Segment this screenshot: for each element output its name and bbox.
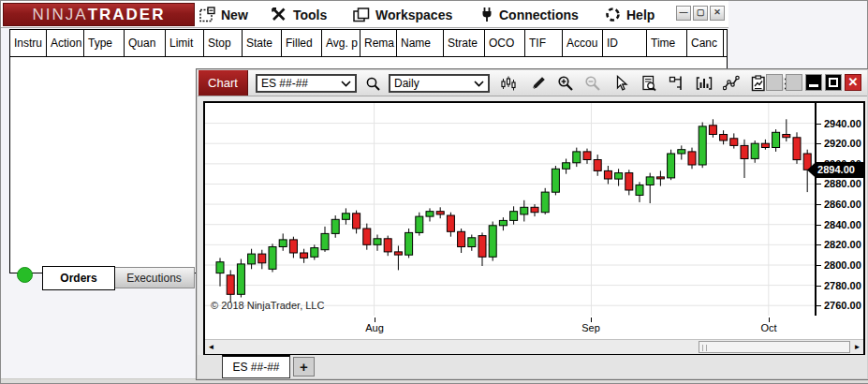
candles-icon[interactable] xyxy=(497,73,520,94)
last-price-tag: 2894.00 xyxy=(807,162,865,178)
logo-text-trader: TRADER xyxy=(88,6,166,24)
chart-window: Chart ES ##-## Daily ✕ xyxy=(196,68,868,380)
menu-workspaces[interactable]: Workspaces xyxy=(353,4,452,25)
candle xyxy=(552,169,559,192)
instrument-combo[interactable]: ES ##-## xyxy=(256,74,357,93)
price-axis-label: 2840.00 xyxy=(817,219,861,230)
candle xyxy=(531,207,538,212)
column-header-action[interactable]: Action xyxy=(47,30,84,56)
chart-window-controls: ✕ xyxy=(766,74,861,91)
menu-help[interactable]: Help xyxy=(605,4,655,25)
time-axis-label: Sep xyxy=(581,322,600,333)
window-controls: —▢✕ xyxy=(676,6,725,21)
price-axis-label: 2880.00 xyxy=(817,178,861,189)
column-header-accou[interactable]: Accou xyxy=(563,30,603,56)
candle xyxy=(741,145,748,158)
column-header-time[interactable]: Time xyxy=(647,30,687,56)
candle xyxy=(636,185,643,196)
minimize-button[interactable]: — xyxy=(676,6,691,21)
new-window-icon xyxy=(199,7,215,22)
tab-orders[interactable]: Orders xyxy=(42,266,115,290)
menu-label: Connections xyxy=(499,7,579,22)
column-header-limit[interactable]: Limit xyxy=(166,30,204,56)
price-axis-label: 2760.00 xyxy=(817,300,861,311)
column-header-tif[interactable]: TIF xyxy=(525,30,563,56)
close-button[interactable]: ✕ xyxy=(845,74,861,91)
column-header-instru[interactable]: Instru xyxy=(10,30,47,56)
menu-new[interactable]: New xyxy=(199,4,248,25)
candle xyxy=(331,219,339,233)
maximize-button[interactable]: ▢ xyxy=(693,6,708,21)
blank-button xyxy=(766,74,783,91)
candle xyxy=(489,226,496,257)
candle xyxy=(793,138,801,160)
candle xyxy=(447,215,454,231)
column-header-filled[interactable]: Filled xyxy=(282,30,322,56)
candle xyxy=(405,232,413,255)
candle xyxy=(384,239,391,252)
add-chart-tab-button[interactable]: + xyxy=(293,357,315,377)
time-axis[interactable]: AugSepOct xyxy=(205,318,863,339)
minimize-button[interactable] xyxy=(805,74,822,91)
menu-label: Tools xyxy=(293,7,327,22)
interval-combo[interactable]: Daily xyxy=(389,74,490,93)
column-header-type[interactable]: Type xyxy=(84,30,125,56)
column-header-name[interactable]: Name xyxy=(397,30,444,56)
chart-area: © 2018 NinjaTrader, LLC 2940.002920.0029… xyxy=(203,101,865,356)
column-header-state[interactable]: State xyxy=(243,30,282,56)
candle xyxy=(227,275,234,295)
menu-bar: NINJATRADER NewToolsWorkspacesConnection… xyxy=(1,1,728,28)
scroll-left-arrow[interactable]: ◄ xyxy=(205,341,217,354)
pencil-icon[interactable] xyxy=(527,73,550,94)
candle xyxy=(656,177,664,179)
candle xyxy=(709,126,716,135)
tools-icon xyxy=(271,7,287,22)
chart-horizontal-scrollbar[interactable]: ◄ ► xyxy=(205,339,863,354)
price-plot[interactable]: © 2018 NinjaTrader, LLC xyxy=(205,103,815,316)
tab-executions[interactable]: Executions xyxy=(114,267,195,288)
candle xyxy=(468,238,476,247)
candle xyxy=(772,132,780,147)
chart-trader-icon[interactable] xyxy=(666,73,688,94)
scrollbar-grip xyxy=(702,345,707,351)
column-header-id[interactable]: ID xyxy=(603,30,647,56)
column-header-rema[interactable]: Rema xyxy=(360,30,397,56)
column-header-avg-p[interactable]: Avg. p xyxy=(322,30,360,56)
logo-text-ninja: NINJA xyxy=(33,6,88,24)
candle xyxy=(321,233,329,249)
candle xyxy=(269,247,276,270)
cursor-icon[interactable] xyxy=(610,73,632,94)
column-header-strate[interactable]: Strate xyxy=(444,30,485,56)
column-header-quan[interactable]: Quan xyxy=(125,30,166,56)
maximize-button[interactable] xyxy=(825,74,842,91)
instrument-combo-value: ES ##-## xyxy=(261,77,308,90)
data-box-icon[interactable] xyxy=(638,73,660,94)
menu-connections[interactable]: Connections xyxy=(480,4,579,25)
candle xyxy=(279,240,287,247)
zoom-in-icon[interactable] xyxy=(554,73,577,94)
column-header-oco[interactable]: OCO xyxy=(485,30,525,56)
price-axis[interactable]: 2940.002920.002900.002880.002860.002840.… xyxy=(815,103,863,316)
instrument-search-icon[interactable] xyxy=(361,73,384,94)
data-series-icon[interactable] xyxy=(693,73,715,94)
scroll-right-arrow[interactable]: ► xyxy=(851,341,863,354)
blank-button xyxy=(786,74,802,91)
chart-title-bar[interactable]: Chart ES ##-## Daily ✕ xyxy=(198,70,867,96)
candle xyxy=(803,154,811,170)
column-header-stop[interactable]: Stop xyxy=(204,30,243,56)
candle xyxy=(783,135,790,138)
indicators-icon[interactable] xyxy=(720,73,743,94)
help-icon xyxy=(605,7,621,22)
candle xyxy=(436,212,444,214)
candle xyxy=(646,177,654,185)
close-button[interactable]: ✕ xyxy=(710,6,725,21)
price-axis-label: 2940.00 xyxy=(817,118,861,129)
menu-tools[interactable]: Tools xyxy=(271,4,327,25)
candle xyxy=(761,143,769,147)
column-header-canc[interactable]: Canc xyxy=(687,30,724,56)
candle xyxy=(615,173,623,180)
scrollbar-thumb[interactable] xyxy=(699,341,850,353)
menu-label: Help xyxy=(626,7,655,22)
candle xyxy=(510,212,518,221)
chart-tab-es[interactable]: ES ##-## xyxy=(222,355,290,378)
